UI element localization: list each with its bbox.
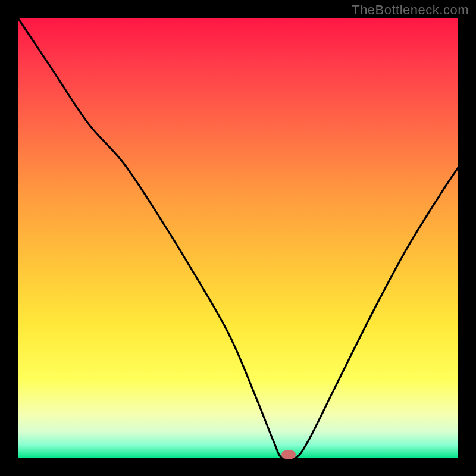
chart-frame — [18, 18, 458, 458]
optimal-marker — [281, 450, 296, 459]
background-gradient — [18, 18, 458, 458]
watermark-text: TheBottleneck.com — [352, 2, 469, 18]
svg-rect-0 — [18, 18, 458, 458]
